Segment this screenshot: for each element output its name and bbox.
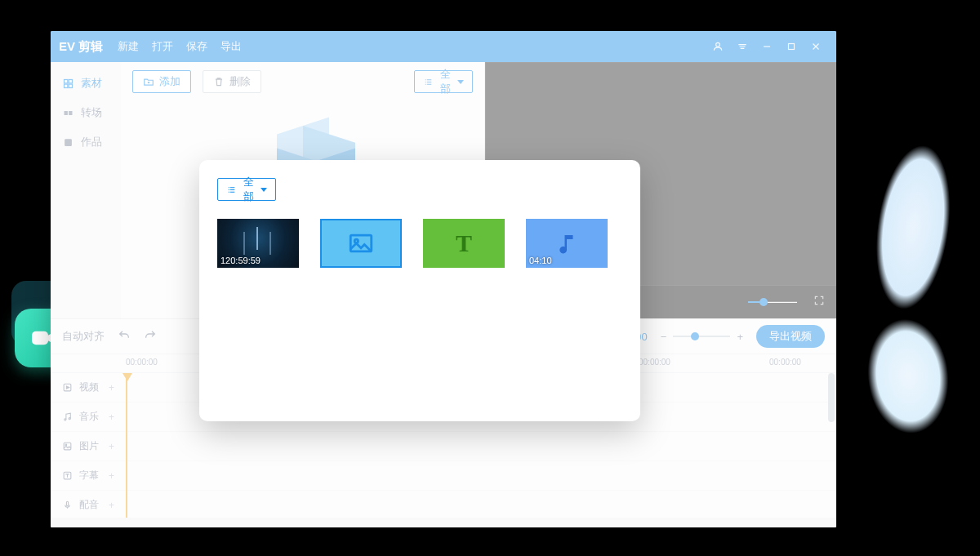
asset-thumbnails: 120:59:59 T 04:10 xyxy=(217,219,622,268)
svg-rect-16 xyxy=(66,501,68,505)
fullscreen-icon xyxy=(813,295,825,306)
track-label: 配音 xyxy=(79,498,99,512)
svg-rect-4 xyxy=(69,79,72,82)
add-track-icon[interactable]: + xyxy=(109,470,114,482)
close-icon xyxy=(810,41,822,52)
asset-toolbar: 添加 删除 全部 xyxy=(121,62,484,101)
grid-icon xyxy=(62,78,74,90)
auto-align-toggle[interactable]: 自动对齐 xyxy=(62,329,105,344)
popup-filter-label: 全部 xyxy=(243,175,254,204)
ruler-tick: 00:00:00 xyxy=(639,358,670,367)
svg-rect-2 xyxy=(789,44,795,50)
audio-duration: 04:10 xyxy=(529,256,552,265)
redo-icon xyxy=(144,329,157,342)
menu-save[interactable]: 保存 xyxy=(186,39,207,54)
svg-point-12 xyxy=(69,418,70,420)
list-icon xyxy=(226,185,237,195)
svg-rect-8 xyxy=(69,111,72,115)
decorative-feather xyxy=(849,296,980,471)
fullscreen-button[interactable] xyxy=(813,295,825,309)
svg-rect-9 xyxy=(65,139,72,146)
thumbnail-audio[interactable]: 04:10 xyxy=(526,219,608,268)
track-label: 视频 xyxy=(79,380,99,394)
track-label: 字幕 xyxy=(79,469,99,483)
volume-slider[interactable] xyxy=(748,301,797,303)
minimize-icon xyxy=(761,41,773,52)
stack-icon xyxy=(737,41,748,52)
image-icon xyxy=(62,441,73,451)
export-button-label: 导出视频 xyxy=(769,329,812,344)
user-icon xyxy=(712,41,724,52)
svg-rect-13 xyxy=(64,443,71,450)
add-track-icon[interactable]: + xyxy=(109,411,114,423)
svg-rect-5 xyxy=(65,84,68,87)
sidebar-item-works[interactable]: 作品 xyxy=(51,127,121,157)
chevron-down-icon xyxy=(457,80,464,84)
play-icon xyxy=(62,382,73,393)
zoom-out-button[interactable]: − xyxy=(661,331,667,343)
delete-button[interactable]: 删除 xyxy=(203,70,261,93)
track-image[interactable]: 图片+ xyxy=(51,432,836,461)
undo-icon xyxy=(118,329,131,342)
list-icon xyxy=(423,77,434,87)
sidebar: 素材 转场 作品 xyxy=(51,62,121,318)
sidebar-item-assets[interactable]: 素材 xyxy=(51,69,121,98)
sidebar-item-label: 素材 xyxy=(81,76,102,91)
add-track-icon[interactable]: + xyxy=(109,382,114,394)
track-voice[interactable]: 配音+ xyxy=(51,491,836,518)
ruler-tick: 00:00:00 xyxy=(126,358,158,367)
sidebar-item-transitions[interactable]: 转场 xyxy=(51,98,121,127)
filter-dropdown[interactable]: 全部 xyxy=(414,70,473,93)
sidebar-item-label: 转场 xyxy=(81,105,102,120)
thumbnail-video[interactable]: 120:59:59 xyxy=(217,219,299,268)
thumbnail-text[interactable]: T xyxy=(423,219,505,268)
add-button[interactable]: 添加 xyxy=(132,70,191,93)
app-logo: EV 剪辑 xyxy=(59,39,103,55)
popup-filter-dropdown[interactable]: 全部 xyxy=(217,178,276,201)
maximize-button[interactable] xyxy=(779,34,804,59)
mic-icon xyxy=(62,500,73,510)
music-icon xyxy=(62,411,73,422)
titlebar: EV 剪辑 新建 打开 保存 导出 xyxy=(51,31,836,62)
minimize-button[interactable] xyxy=(755,34,779,59)
svg-rect-0 xyxy=(32,331,48,345)
chevron-down-icon xyxy=(261,188,267,192)
thumbnail-image[interactable] xyxy=(320,219,402,268)
sidebar-item-label: 作品 xyxy=(81,135,102,149)
vertical-scrollbar[interactable] xyxy=(828,373,835,422)
menu-new[interactable]: 新建 xyxy=(118,39,139,54)
text-icon xyxy=(62,470,73,481)
undo-button[interactable] xyxy=(118,329,131,345)
trash-icon xyxy=(213,76,225,87)
redo-button[interactable] xyxy=(144,329,157,345)
svg-rect-6 xyxy=(69,84,72,87)
playhead[interactable] xyxy=(126,373,127,518)
folder-plus-icon xyxy=(143,76,154,87)
menu-export[interactable]: 导出 xyxy=(220,39,242,54)
svg-point-14 xyxy=(65,444,67,446)
zoom-slider[interactable]: − + xyxy=(661,331,743,343)
svg-rect-3 xyxy=(65,79,68,82)
svg-point-11 xyxy=(65,419,66,420)
video-duration: 120:59:59 xyxy=(220,256,261,265)
delete-button-label: 删除 xyxy=(229,74,251,89)
svg-rect-7 xyxy=(65,111,68,115)
track-subtitle[interactable]: 字幕+ xyxy=(51,461,836,491)
decorative-feather xyxy=(858,109,980,349)
maximize-icon xyxy=(786,41,797,52)
works-icon xyxy=(62,136,74,149)
close-button[interactable] xyxy=(804,34,828,59)
asset-filter-popup: 全部 120:59:59 T 04:10 xyxy=(199,160,640,421)
user-button[interactable] xyxy=(706,34,730,59)
zoom-in-button[interactable]: + xyxy=(737,331,743,343)
horizontal-scrollbar[interactable] xyxy=(51,518,836,527)
export-button[interactable]: 导出视频 xyxy=(756,325,825,348)
add-track-icon[interactable]: + xyxy=(109,500,114,511)
svg-point-1 xyxy=(716,42,720,47)
transition-icon xyxy=(62,107,74,119)
add-track-icon[interactable]: + xyxy=(109,441,114,452)
image-icon xyxy=(347,229,375,257)
ruler-tick: 00:00:00 xyxy=(769,358,801,367)
menu-open[interactable]: 打开 xyxy=(152,39,173,54)
theme-button[interactable] xyxy=(730,34,755,59)
